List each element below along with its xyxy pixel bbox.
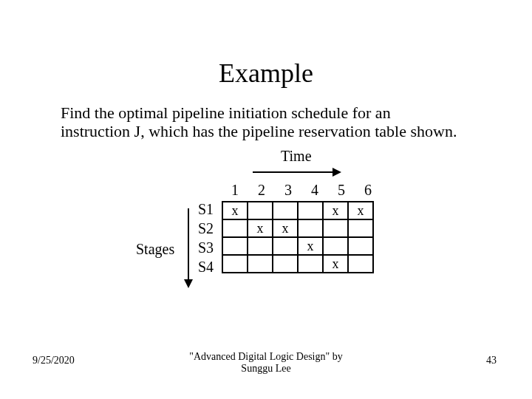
table-row: x x x bbox=[222, 202, 373, 219]
col-header-6: 6 bbox=[355, 182, 381, 199]
cell: x bbox=[323, 255, 348, 273]
cell bbox=[222, 219, 248, 237]
reservation-table: x x x x x x bbox=[222, 201, 374, 273]
cell bbox=[348, 219, 373, 237]
cell: x bbox=[348, 202, 373, 219]
col-header-3: 3 bbox=[275, 182, 301, 199]
cell: x bbox=[273, 219, 298, 237]
cell bbox=[273, 255, 298, 273]
cell bbox=[348, 237, 373, 255]
cell bbox=[273, 237, 298, 255]
cell bbox=[273, 202, 298, 219]
cell bbox=[248, 202, 273, 219]
cell bbox=[248, 237, 273, 255]
col-header-1: 1 bbox=[222, 182, 248, 199]
cell: x bbox=[298, 237, 323, 255]
table-row: x x bbox=[222, 219, 373, 237]
footer-line-1: "Advanced Digital Logic Design" by bbox=[189, 351, 342, 362]
body-line-1: Find the optimal pipeline initiation sch… bbox=[61, 103, 391, 122]
cell bbox=[348, 255, 373, 273]
time-arrow-icon bbox=[253, 168, 341, 176]
cell bbox=[248, 255, 273, 273]
cell: x bbox=[222, 202, 248, 219]
body-line-2: instruction J, which has the pipeline re… bbox=[61, 122, 457, 140]
cell bbox=[323, 219, 348, 237]
footer-line-2: Sunggu Lee bbox=[241, 363, 290, 374]
col-header-4: 4 bbox=[301, 182, 328, 199]
row-label-s3: S3 bbox=[198, 239, 220, 256]
col-header-2: 2 bbox=[248, 182, 275, 199]
cell bbox=[298, 219, 323, 237]
slide-title: Example bbox=[0, 58, 532, 89]
cell: x bbox=[248, 219, 273, 237]
cell bbox=[298, 202, 323, 219]
cell bbox=[323, 237, 348, 255]
cell bbox=[298, 255, 323, 273]
row-label-s2: S2 bbox=[198, 220, 220, 237]
cell: x bbox=[323, 202, 348, 219]
time-axis-label: Time bbox=[281, 148, 312, 165]
body-text: Find the optimal pipeline initiation sch… bbox=[61, 103, 489, 141]
cell bbox=[222, 237, 248, 255]
table-row: x bbox=[222, 255, 373, 273]
stages-axis-label: Stages bbox=[136, 241, 174, 258]
footer-attribution: "Advanced Digital Logic Design" by Sungg… bbox=[0, 351, 532, 374]
row-label-s1: S1 bbox=[198, 201, 220, 218]
table-row: x bbox=[222, 237, 373, 255]
col-header-5: 5 bbox=[328, 182, 355, 199]
row-label-s4: S4 bbox=[198, 259, 220, 276]
slide: Example Find the optimal pipeline initia… bbox=[0, 0, 532, 399]
reservation-diagram: Time Stages S1 S2 S3 S4 1 2 3 4 5 6 x x … bbox=[140, 148, 406, 310]
stages-arrow-icon bbox=[185, 208, 192, 288]
cell bbox=[222, 255, 248, 273]
slide-number: 43 bbox=[486, 355, 497, 366]
